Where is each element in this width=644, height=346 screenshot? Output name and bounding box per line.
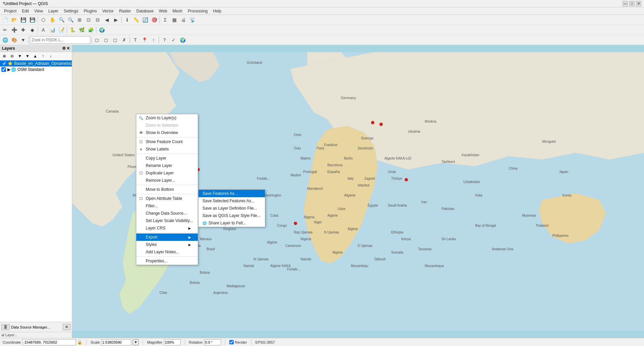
deselect-btn[interactable]: ✗ — [120, 36, 129, 44]
expand-layer-btn[interactable]: ▼ — [24, 53, 31, 59]
select-features-btn[interactable]: ◻ — [93, 36, 101, 44]
python-btn[interactable]: 🐍 — [68, 26, 77, 34]
scale-input[interactable] — [101, 339, 131, 345]
render-check[interactable] — [229, 340, 234, 344]
select-poly-btn[interactable]: ◻ — [102, 36, 110, 44]
crs-btn[interactable]: 🌐 — [1, 36, 9, 44]
label-tool-btn[interactable]: T — [131, 36, 140, 44]
menu-layer[interactable]: Layer — [46, 8, 61, 14]
digitize-btn[interactable]: ✏ — [1, 26, 9, 34]
plugins-btn[interactable]: 🧩 — [86, 26, 95, 34]
qgis-globe-btn[interactable]: 🌍 — [178, 36, 187, 44]
ctx-remove-layer[interactable]: Remove Layer... — [136, 177, 198, 184]
pin-btn[interactable]: 📍 — [140, 36, 149, 44]
search-input[interactable] — [30, 36, 90, 44]
ctx-layer-crs[interactable]: Layer CRS ▶ — [136, 224, 198, 232]
locate-btn[interactable]: 🎯 — [150, 16, 158, 24]
sub-save-selected[interactable]: Save Selected Features As... — [198, 197, 265, 205]
layer-down-btn[interactable]: ↓ — [47, 53, 54, 59]
ctx-zoom-to-layers[interactable]: 🔍 Zoom to Layer(s) — [136, 114, 198, 122]
gps-btn[interactable]: 📡 — [188, 16, 197, 24]
zoom-selection-btn[interactable]: ⊟ — [93, 16, 102, 24]
ctx-export[interactable]: Export ▶ — [136, 233, 198, 241]
magnifier-input[interactable] — [164, 339, 181, 345]
menu-database[interactable]: Database — [134, 8, 156, 14]
sub-save-qgis-style[interactable]: Save as QGIS Layer Style File... — [198, 212, 265, 219]
select-btn[interactable]: ⬡ — [39, 16, 48, 24]
attr-table-btn[interactable]: ▦ — [170, 16, 179, 24]
collapse-layer-btn[interactable]: ▲ — [32, 53, 39, 59]
sub-save-layer-def[interactable]: Save as Layer Definition File... — [198, 205, 265, 212]
ctx-rename-layer[interactable]: Rename Layer — [136, 162, 198, 169]
annotations-btn[interactable]: 📝 — [57, 26, 66, 34]
menu-project[interactable]: Project — [1, 8, 19, 14]
close-datasource-btn[interactable]: ✕ — [63, 324, 71, 330]
ctx-filter[interactable]: Filter... — [136, 202, 198, 210]
ctx-show-overview[interactable]: 👁 Show in Overview — [136, 129, 198, 136]
ctx-set-scale[interactable]: Set Layer Scale Visibility... — [136, 217, 198, 224]
zoom-out-btn[interactable]: 🔍 — [66, 16, 75, 24]
pan-btn[interactable]: ✋ — [48, 16, 57, 24]
new-project-btn[interactable]: 📄 — [1, 16, 9, 24]
layers-settings-icon[interactable]: ⚙ — [62, 46, 66, 51]
filter2-btn[interactable]: ▼ — [19, 36, 28, 44]
globe-btn[interactable]: 🌍 — [97, 26, 106, 34]
style-btn[interactable]: 🎨 — [10, 36, 18, 44]
diagram-btn[interactable]: 📊 — [48, 26, 57, 34]
ctx-duplicate-layer[interactable]: ☐ Duplicate Layer — [136, 169, 198, 177]
grass-btn[interactable]: 🌿 — [77, 26, 86, 34]
ctx-show-labels[interactable]: ≡ Show Labels — [136, 145, 198, 153]
select-freehand-btn[interactable]: ◻ — [111, 36, 120, 44]
move-feature-btn[interactable]: ✚ — [19, 26, 28, 34]
coordinate-input[interactable] — [22, 339, 76, 345]
measure-btn[interactable]: 📏 — [132, 16, 140, 24]
sub-share-felt[interactable]: 🌐 Share Layer to Felt... — [198, 219, 265, 227]
node-tool-btn[interactable]: ◆ — [28, 26, 37, 34]
filter-layer-btn[interactable]: ▼ — [16, 53, 24, 59]
ctx-change-datasource[interactable]: Change Data Source... — [136, 210, 198, 217]
scale-down-btn[interactable]: ▼ — [133, 339, 139, 345]
add-feature-btn[interactable]: ➕ — [10, 26, 18, 34]
layer-up-btn[interactable]: ↑ — [39, 53, 47, 59]
minimize-button[interactable]: — — [623, 1, 628, 6]
datasource-manager-btn[interactable]: 🗄 — [1, 324, 10, 330]
identify-btn[interactable]: ℹ — [123, 16, 131, 24]
layer2-visibility-check[interactable] — [1, 67, 6, 72]
zoom-full-btn[interactable]: ⊞ — [75, 16, 84, 24]
check-btn[interactable]: ✓ — [169, 36, 178, 44]
layer-group-header[interactable]: ▶ 🌐 OSM Standard — [0, 67, 72, 73]
ctx-show-feature-count[interactable]: ☐ Show Feature Count — [136, 138, 198, 145]
menu-vector[interactable]: Vector — [100, 8, 117, 14]
north-btn[interactable]: ↑ — [149, 36, 158, 44]
help-btn[interactable]: ? — [160, 36, 169, 44]
menu-settings[interactable]: Settings — [61, 8, 81, 14]
maximize-button[interactable]: □ — [629, 1, 635, 6]
sub-save-features[interactable]: Save Features As... — [198, 190, 265, 197]
close-button[interactable]: ✕ — [636, 1, 641, 6]
ctx-zoom-to-selection[interactable]: Zoom to Selection — [136, 122, 198, 129]
menu-processing[interactable]: Processing — [185, 8, 210, 14]
ctx-copy-layer[interactable]: Copy Layer — [136, 155, 198, 162]
map-area[interactable]: Canada United States Grönland Germany Al… — [72, 45, 644, 338]
print-layout-btn[interactable]: 🖨 — [179, 16, 188, 24]
zoom-in-btn[interactable]: 🔍 — [57, 16, 66, 24]
add-layer-btn[interactable]: ⊕ — [1, 53, 8, 59]
ctx-properties[interactable]: Properties... — [136, 257, 198, 265]
ctx-add-layer-notes[interactable]: Add Layer Notes... — [136, 248, 198, 256]
menu-edit[interactable]: Edit — [19, 8, 32, 14]
rotation-input[interactable] — [204, 339, 221, 345]
label-btn[interactable]: A — [39, 26, 48, 34]
layers-close-icon[interactable]: ✕ — [66, 46, 70, 51]
menu-plugins[interactable]: Plugins — [81, 8, 99, 14]
stats-btn[interactable]: Σ — [161, 16, 170, 24]
save-project-btn[interactable]: 💾 — [19, 16, 28, 24]
remove-layer-btn[interactable]: ⊖ — [8, 53, 16, 59]
save-as-btn[interactable]: 💾 — [28, 16, 37, 24]
layer-visibility-check[interactable] — [2, 61, 6, 66]
zoom-layer-btn[interactable]: ⊡ — [84, 16, 93, 24]
zoom-prev-btn[interactable]: ◀ — [102, 16, 111, 24]
ctx-move-bottom[interactable]: Move to Bottom — [136, 186, 198, 193]
menu-raster[interactable]: Raster — [117, 8, 134, 14]
refresh-btn[interactable]: 🔄 — [141, 16, 149, 24]
menu-mesh[interactable]: Mesh — [170, 8, 185, 14]
